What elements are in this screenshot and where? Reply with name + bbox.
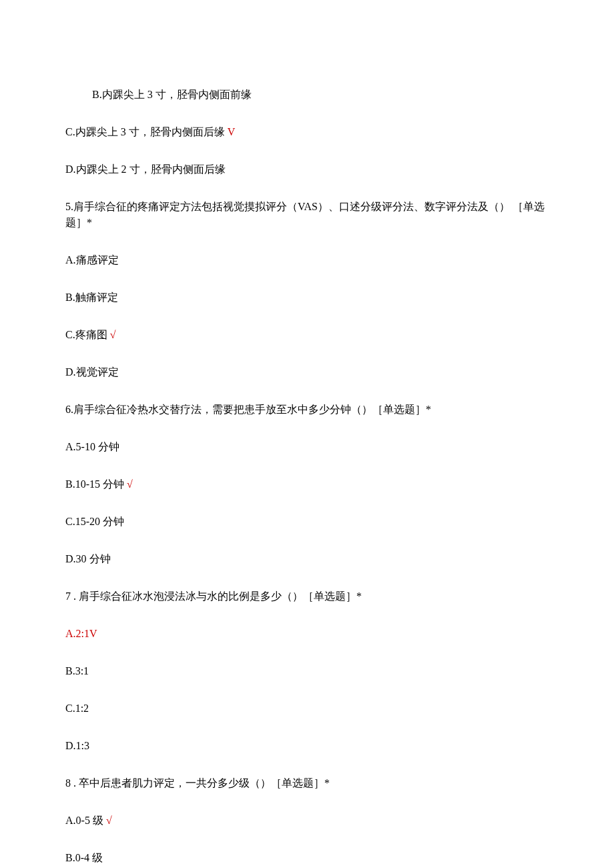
q4-option-c-mark: V: [225, 126, 236, 137]
q5-option-c: C.疼痛图 √: [65, 327, 549, 343]
q6-option-a: A.5-10 分钟: [65, 439, 549, 455]
q6-option-c: C.15-20 分钟: [65, 514, 549, 530]
q8-option-a-text: A.0-5 级: [65, 815, 103, 826]
q5-option-c-mark: √: [107, 329, 116, 340]
q7-option-d-text: D.1:3: [65, 740, 89, 751]
q7-stem-text: 7 . 肩手综合征冰水泡浸法冰与水的比例是多少（）［单选题］*: [65, 590, 362, 602]
q5-option-a-text: A.痛感评定: [65, 254, 119, 266]
q5-option-d-text: D.视觉评定: [65, 366, 119, 378]
q8-stem-text: 8 . 卒中后患者肌力评定，一共分多少级（）［单选题］*: [65, 777, 330, 789]
q5-option-c-text: C.疼痛图: [65, 329, 107, 340]
q8-stem: 8 . 卒中后患者肌力评定，一共分多少级（）［单选题］*: [65, 775, 549, 791]
q7-option-a: A.2:1V: [65, 626, 549, 642]
q8-option-a: A.0-5 级 √: [65, 813, 549, 829]
q6-option-b: B.10-15 分钟 √: [65, 476, 549, 492]
q4-option-d: D.内踝尖上 2 寸，胫骨内侧面后缘: [65, 161, 549, 177]
q6-option-d-text: D.30 分钟: [65, 553, 111, 564]
q4-option-c-text: C.内踝尖上 3 寸，胫骨内侧面后缘: [65, 126, 225, 137]
q7-stem: 7 . 肩手综合征冰水泡浸法冰与水的比例是多少（）［单选题］*: [65, 588, 549, 604]
q8-option-b-text: B.0-4 级: [65, 852, 103, 863]
q4-option-d-text: D.内踝尖上 2 寸，胫骨内侧面后缘: [65, 163, 226, 175]
q4-option-b-text: B.内踝尖上 3 寸，胫骨内侧面前缘: [92, 89, 252, 100]
q6-stem-text: 6.肩手综合征冷热水交替疗法，需要把患手放至水中多少分钟（）［单选题］*: [65, 404, 431, 415]
q7-option-d: D.1:3: [65, 738, 549, 754]
q7-option-a-text: A.2:1: [65, 628, 89, 639]
q6-option-a-text: A.5-10 分钟: [65, 441, 119, 452]
q4-option-c: C.内踝尖上 3 寸，胫骨内侧面后缘 V: [65, 124, 549, 140]
q6-option-b-text: B.10-15 分钟: [65, 478, 124, 490]
q8-option-a-mark: √: [103, 815, 112, 826]
q8-option-b: B.0-4 级: [65, 850, 549, 866]
q7-option-b: B.3:1: [65, 663, 549, 679]
q5-option-b: B.触痛评定: [65, 290, 549, 306]
q7-option-b-text: B.3:1: [65, 665, 89, 677]
q6-option-d: D.30 分钟: [65, 551, 549, 567]
q7-option-a-mark: V: [89, 628, 97, 639]
q5-stem: 5.肩手综合征的疼痛评定方法包括视觉摸拟评分（VAS）、口述分级评分法、数字评分…: [65, 199, 549, 231]
q6-stem: 6.肩手综合征冷热水交替疗法，需要把患手放至水中多少分钟（）［单选题］*: [65, 402, 549, 418]
q6-option-b-mark: √: [124, 478, 133, 490]
q5-option-b-text: B.触痛评定: [65, 292, 118, 303]
q7-option-c-text: C.1:2: [65, 703, 89, 714]
q4-option-b: B.内踝尖上 3 寸，胫骨内侧面前缘: [65, 87, 549, 103]
q5-option-a: A.痛感评定: [65, 252, 549, 268]
q7-option-c: C.1:2: [65, 701, 549, 717]
q5-stem-text: 5.肩手综合征的疼痛评定方法包括视觉摸拟评分（VAS）、口述分级评分法、数字评分…: [65, 201, 545, 228]
q5-option-d: D.视觉评定: [65, 364, 549, 380]
q6-option-c-text: C.15-20 分钟: [65, 516, 124, 527]
